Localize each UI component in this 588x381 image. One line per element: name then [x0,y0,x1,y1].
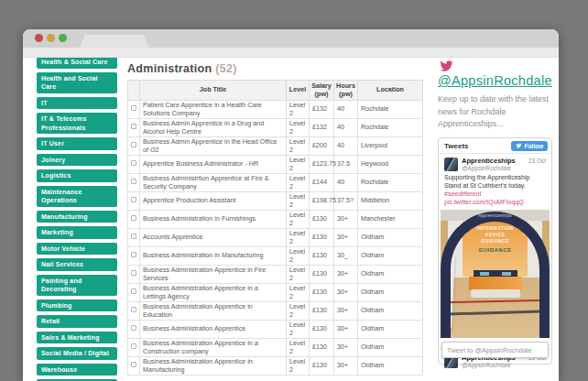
checkbox-cell [128,321,140,339]
follow-button[interactable]: Follow [511,141,548,151]
job-title-cell[interactable]: Business Administration Apprentice in a … [140,339,287,357]
sidebar-item-retail[interactable]: Retail [37,315,117,328]
row-checkbox[interactable] [131,215,136,221]
row-checkbox[interactable] [131,343,136,349]
job-row: Patient Care Apprentice in a Health Care… [128,101,423,119]
salary-cell: £144 [310,174,334,192]
job-title-cell[interactable]: Apprentice Business Administrator - HR [140,156,287,174]
job-row: Business Administration ApprenticeLevel … [128,321,423,339]
location-cell: Oldham [358,302,423,321]
location-cell: Oldham [358,229,423,247]
job-title-cell[interactable]: Business Administrtion Apprentice at Fir… [140,174,287,192]
level-cell: Level 2 [287,247,310,266]
job-row: Business Admin Apprentice in the Head Of… [128,137,423,156]
row-checkbox[interactable] [131,234,136,239]
sidebar-item-plumbing[interactable]: Plumbing [37,299,117,312]
maximize-button[interactable] [59,34,67,42]
tweet-author-handle[interactable]: @AppsinRochdale [462,362,546,368]
tweet-photo[interactable]: INFORMATION ADVICE GUIDANCE GUIDANCE App… [441,210,550,338]
row-checkbox[interactable] [131,105,136,111]
row-checkbox[interactable] [131,160,136,166]
job-title-cell[interactable]: Business Administration Apprentice in Ed… [140,302,287,321]
row-checkbox[interactable] [131,252,136,257]
location-cell: Oldham [358,284,423,302]
job-title-cell[interactable]: Business Administration Apprentice in Fi… [140,266,287,284]
sidebar-item-manufacturing[interactable]: Manufacturing [37,211,117,223]
category-title: Administration [127,62,212,75]
job-title-cell[interactable]: Business Administration in Manufacturing [140,247,287,266]
tweet-pic-link[interactable]: pic.twitter.com/tQoMFIoqqQ [444,198,546,206]
twitter-widget: Tweets Follow Apprenticeships @AppsinRoc… [438,137,552,365]
sidebar-item-joinery[interactable]: Joinery [37,154,117,167]
level-cell: Level 2 [287,321,310,339]
sidebar: Health & Social CareHealth and Social Ca… [37,58,117,381]
checkbox-cell [128,174,140,192]
sidebar-item-maintenance-operations[interactable]: Maintenance Operations [37,186,117,207]
hours-cell: 40 [334,119,358,137]
jobs-table-body: Patient Care Apprentice in a Health Care… [128,101,423,376]
hours-cell: 40 [334,137,358,156]
sidebar-item-health-social-care[interactable]: Health & Social Care [37,58,117,69]
jobs-table: Job TitleLevelSalary (pw)Hours (pw)Locat… [127,80,423,376]
tweet-author-handle[interactable]: @AppsinRochdale [462,165,546,171]
salary-cell: £130 [310,284,334,302]
job-title-cell[interactable]: Business Administration Apprentice [140,321,287,339]
row-checkbox[interactable] [131,307,136,312]
hours-cell: 30+ [334,284,358,302]
close-button[interactable] [35,34,43,42]
col-header-level: Level [287,81,310,101]
job-title-cell[interactable]: Business Administration in Furnishings [140,211,287,229]
tweet-compose-input[interactable]: Tweet to @AppsinRochdale [441,342,549,358]
row-checkbox[interactable] [131,270,136,276]
job-title-cell[interactable]: Business Admin Apprentice in the Head Of… [140,137,287,156]
job-row: Business Administration Apprentice in Fi… [128,266,423,284]
salary-cell: £130 [310,339,334,357]
twitter-bird-icon [439,60,454,72]
salary-cell: £200 [310,137,334,156]
job-title-cell[interactable]: Business Administration Apprentice in Ma… [140,357,287,376]
row-checkbox[interactable] [131,142,136,147]
browser-window: Health & Social CareHealth and Social Ca… [23,29,559,381]
row-checkbox[interactable] [131,288,136,294]
col-header-location: Location [358,81,423,101]
tweet-hashtag-link[interactable]: #seedifferent [444,190,481,197]
sidebar-item-health-and-social-care[interactable]: Health and Social Care [37,72,117,93]
row-checkbox[interactable] [131,197,136,202]
tweet-avatar [444,158,458,171]
hours-cell: 30+ [334,229,358,247]
sidebar-item-painting-and-decorating[interactable]: Painting and Decorating [37,275,117,296]
minimize-button[interactable] [47,34,55,42]
level-cell: Level 2 [287,156,310,174]
sidebar-item-warehouse[interactable]: Warehouse [37,364,117,376]
sidebar-item-it[interactable]: IT [37,97,117,110]
sidebar-item-marketing[interactable]: Marketing [37,226,117,239]
job-title-cell[interactable]: Business Admin Apprentice in a Drug and … [140,119,287,137]
location-cell: Liverpool [358,137,423,156]
row-checkbox[interactable] [131,124,136,129]
job-title-cell[interactable]: Business Administration Apprentice in a … [140,284,287,302]
row-checkbox[interactable] [131,325,136,331]
sidebar-item-nail-services[interactable]: Nail Services [37,258,117,271]
sidebar-item-it-user[interactable]: IT User [37,137,117,150]
jobs-table-header-row: Job TitleLevelSalary (pw)Hours (pw)Locat… [128,81,423,101]
sidebar-item-logistics[interactable]: Logistics [37,169,117,182]
sidebar-item-sales-marketing[interactable]: Sales & Marketing [37,332,117,344]
tweet-date[interactable]: 23 Oct [528,158,546,164]
row-checkbox[interactable] [131,179,136,184]
sidebar-item-social-media-digital[interactable]: Social Media / Digital [37,347,117,360]
col-header-salary-pw: Salary (pw) [310,81,334,101]
level-cell: Level 2 [287,174,310,192]
job-title-cell[interactable]: Accounts Apprentice [140,229,287,247]
twitter-handle-link[interactable]: @AppsinRochdale [438,73,552,88]
browser-tab[interactable] [80,35,149,48]
follow-bird-icon [516,143,522,148]
sidebar-item-it-telecoms-professionals[interactable]: IT & Telecoms Professionals [37,113,117,134]
tweet-text: Supporting the Apprenticeship Stand at S… [444,173,546,206]
location-cell: Oldham [358,247,423,266]
browser-toolbar [23,48,559,58]
twitter-description: Keep up to date with the latest news for… [438,93,553,131]
sidebar-item-motor-vehicle[interactable]: Motor Vehicle [37,243,117,256]
job-title-cell[interactable]: Patient Care Apprentice in a Health Care… [140,101,287,119]
row-checkbox[interactable] [131,362,136,367]
job-title-cell[interactable]: Apprentice Production Assistant [140,192,287,211]
